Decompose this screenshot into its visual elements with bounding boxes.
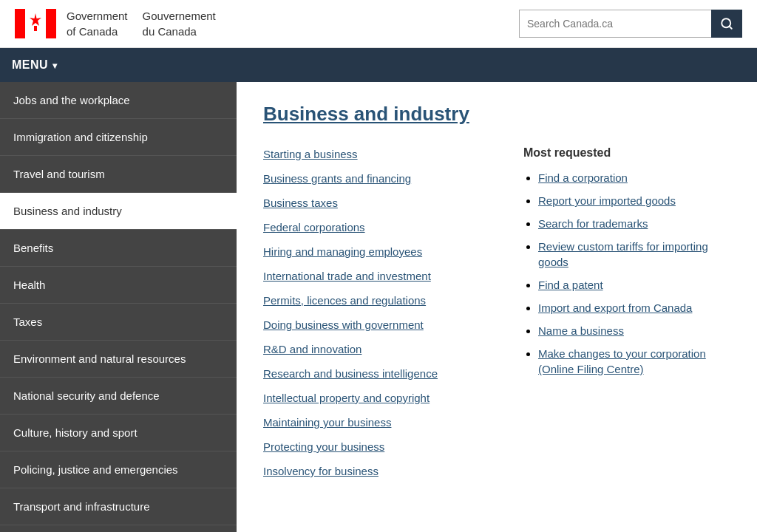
sidebar-item-policing[interactable]: Policing, justice and emergencies [0, 451, 237, 488]
content-link[interactable]: Doing business with government [263, 317, 494, 332]
canada-flag-icon [15, 9, 56, 38]
most-requested-link[interactable]: Import and export from Canada [538, 301, 692, 314]
most-requested-link[interactable]: Find a corporation [538, 171, 628, 184]
content-link[interactable]: Protecting your business [263, 439, 494, 454]
menu-bar: MENU ▾ [0, 48, 757, 82]
svg-rect-2 [46, 9, 56, 38]
sidebar-item-travel[interactable]: Travel and tourism [0, 156, 237, 193]
search-button[interactable] [711, 10, 742, 38]
gov-name-french: Gouvernement du Canada [143, 8, 216, 39]
sidebar-nav: Jobs and the workplaceImmigration and ci… [0, 82, 237, 532]
most-requested-item: Review custom tariffs for importing good… [538, 239, 730, 270]
main-content: Business and industry Starting a busines… [237, 82, 757, 532]
svg-rect-0 [15, 9, 25, 38]
most-requested-link[interactable]: Make changes to your corporation (Online… [538, 347, 706, 375]
sidebar-item-health[interactable]: Health [0, 267, 237, 304]
content-link[interactable]: Intellectual property and copyright [263, 390, 494, 406]
content-columns: Starting a businessBusiness grants and f… [263, 146, 730, 488]
left-links: Starting a businessBusiness grants and f… [263, 146, 494, 488]
menu-button[interactable]: MENU ▾ [12, 58, 58, 72]
sidebar-item-benefits[interactable]: Benefits [0, 230, 237, 267]
most-requested-item: Search for trademarks [538, 216, 730, 231]
most-requested-item: Find a corporation [538, 170, 730, 185]
main-layout: Jobs and the workplaceImmigration and ci… [0, 82, 757, 532]
gov-name-english: Government of Canada [67, 8, 128, 39]
logo-area: Government of Canada Gouvernement du Can… [15, 8, 216, 39]
most-requested-link[interactable]: Find a patent [538, 279, 603, 291]
content-link[interactable]: Insolvency for business [263, 463, 494, 479]
search-icon [720, 17, 733, 30]
content-link[interactable]: Maintaining your business [263, 415, 494, 430]
content-link[interactable]: R&D and innovation [263, 341, 494, 357]
chevron-down-icon: ▾ [52, 61, 58, 71]
page-title[interactable]: Business and industry [263, 103, 730, 126]
government-name: Government of Canada Gouvernement du Can… [67, 8, 216, 39]
menu-label: MENU [12, 58, 48, 72]
sidebar-item-taxes[interactable]: Taxes [0, 304, 237, 341]
most-requested-title: Most requested [523, 146, 730, 160]
most-requested-item: Import and export from Canada [538, 300, 730, 316]
sidebar-item-business[interactable]: Business and industry [0, 193, 237, 230]
sidebar-item-security[interactable]: National security and defence [0, 378, 237, 415]
most-requested-link[interactable]: Report your imported goods [538, 194, 676, 207]
svg-line-6 [729, 26, 731, 28]
most-requested-list: Find a corporationReport your imported g… [523, 170, 730, 377]
content-link[interactable]: Federal corporations [263, 219, 494, 235]
most-requested-item: Find a patent [538, 277, 730, 293]
content-link[interactable]: Business grants and financing [263, 171, 494, 186]
content-link[interactable]: Permits, licences and regulations [263, 293, 494, 308]
sidebar-item-immigration[interactable]: Immigration and citizenship [0, 119, 237, 156]
most-requested-item: Make changes to your corporation (Online… [538, 346, 730, 377]
search-area [519, 10, 742, 38]
content-link[interactable]: Hiring and managing employees [263, 244, 494, 259]
most-requested-link[interactable]: Search for trademarks [538, 217, 648, 230]
sidebar-item-transport[interactable]: Transport and infrastructure [0, 488, 237, 525]
sidebar-item-environment[interactable]: Environment and natural resources [0, 341, 237, 378]
right-section: Most requested Find a corporationReport … [523, 146, 730, 488]
sidebar-item-jobs[interactable]: Jobs and the workplace [0, 82, 237, 119]
most-requested-link[interactable]: Name a business [538, 324, 624, 337]
sidebar-item-culture[interactable]: Culture, history and sport [0, 415, 237, 451]
content-link[interactable]: International trade and investment [263, 268, 494, 284]
content-link[interactable]: Business taxes [263, 195, 494, 211]
most-requested-item: Name a business [538, 323, 730, 338]
sidebar-item-world[interactable]: Canada and the world [0, 525, 237, 532]
content-link[interactable]: Starting a business [263, 146, 494, 162]
most-requested-link[interactable]: Review custom tariffs for importing good… [538, 240, 708, 268]
most-requested-item: Report your imported goods [538, 193, 730, 208]
site-header: Government of Canada Gouvernement du Can… [0, 0, 757, 48]
content-link[interactable]: Research and business intelligence [263, 366, 494, 381]
svg-rect-4 [34, 26, 37, 31]
search-input[interactable] [519, 10, 711, 38]
